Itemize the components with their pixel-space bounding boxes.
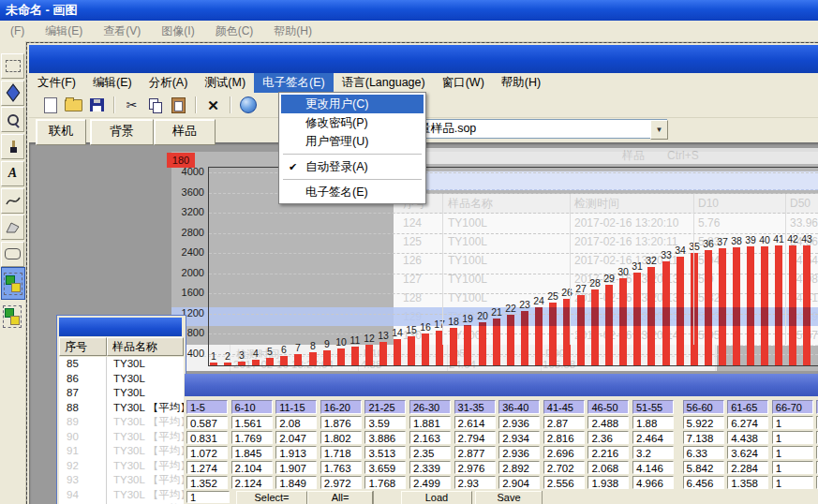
bar-label: 43 [796, 233, 818, 245]
sample-row[interactable]: 94TY30L 【平均】 [59, 488, 184, 502]
copy-icon[interactable] [144, 95, 166, 115]
sample-row[interactable]: 86TY30L [59, 372, 184, 386]
sample-name: TY30L 【平均】 [113, 459, 184, 473]
paint-menu-0[interactable]: (F) [0, 21, 35, 41]
menu-item-6[interactable]: 电子签名(E) [281, 183, 424, 201]
dist-column-header: 51-55 [632, 400, 674, 414]
sample-row[interactable]: 90TY30L 【平均】 [59, 430, 184, 444]
paint-window-title: 未命名 - 画图 [0, 0, 818, 21]
bar [266, 358, 274, 365]
tool-zoom-icon[interactable] [1, 107, 24, 132]
tool-text-icon[interactable]: A [1, 161, 24, 186]
sample-seq: 90 [67, 430, 79, 444]
dist-column-header: 41-45 [543, 400, 585, 414]
all-button[interactable]: All= [307, 491, 373, 504]
dist-cell: 2.976 [454, 461, 496, 474]
tool-curve-icon[interactable] [1, 188, 24, 214]
load-button[interactable]: Load [401, 491, 472, 504]
dist-cell: 1 [772, 431, 813, 444]
sample-row[interactable]: 88TY30L 【平均】 [59, 401, 184, 415]
sample-row[interactable]: 85TY30L [59, 357, 184, 371]
save-icon[interactable] [86, 95, 108, 115]
command-button-样品[interactable]: 样品 [154, 119, 216, 145]
analyzer-menu-7[interactable]: 帮助(H) [493, 73, 549, 93]
analyzer-menu-5[interactable]: 语言(Language) [334, 73, 434, 93]
bar [761, 246, 768, 365]
bar-band-overlap [691, 307, 698, 326]
paint-menu-2[interactable]: 查看(V) [93, 21, 151, 41]
sample-row[interactable]: 89TY30L 【平均】 [59, 415, 184, 429]
toolbar-separator [195, 96, 197, 113]
dist-cell: 6.274 [727, 416, 768, 429]
dist-cell: 2.08 [275, 416, 317, 429]
option-opaque-selection-icon[interactable] [1, 267, 25, 300]
sample-row[interactable]: 93TY30L 【平均】 [59, 473, 184, 487]
save-button[interactable]: Save [475, 491, 543, 504]
analyzer-menu-4[interactable]: 电子签名(E) [254, 73, 334, 93]
tool-fill-icon[interactable] [1, 81, 24, 106]
column-header-name[interactable]: 样品名称 [107, 337, 184, 356]
menu-item-1[interactable]: 修改密码(P) [281, 113, 424, 132]
dist-cell: 1 [772, 446, 813, 459]
sample-row[interactable]: 87TY30L [59, 386, 184, 400]
column-header-seq[interactable]: 序号 [59, 337, 107, 356]
menu-separator [283, 179, 422, 180]
cut-icon[interactable]: ✂ [121, 95, 142, 115]
combobox-dropdown-arrow-icon[interactable]: ▼ [650, 120, 668, 140]
dist-column-header: 66-70 [772, 400, 813, 414]
analyzer-titlebar[interactable] [29, 45, 818, 73]
dist-cell: 1.876 [320, 416, 362, 429]
analyzer-menu-1[interactable]: 编辑(E) [84, 73, 141, 93]
new-icon[interactable] [39, 95, 61, 115]
dist-column-header: 1-5 [186, 400, 228, 414]
count-input[interactable]: 1 [186, 491, 230, 503]
select-button[interactable]: Select= [236, 491, 307, 504]
paste-icon[interactable] [168, 95, 189, 115]
dist-column-header: 31-35 [454, 400, 496, 414]
menu-item-2[interactable]: 用户管理(U) [281, 132, 424, 151]
bar-band-overlap [633, 307, 641, 326]
tool-select-icon[interactable] [1, 53, 24, 79]
paint-menu-5[interactable]: 帮助(H) [263, 21, 322, 41]
command-button-背景[interactable]: 背景 [90, 119, 154, 145]
bar-band-overlap [521, 311, 528, 326]
sample-name: TY30L [113, 357, 145, 371]
bar [450, 328, 457, 365]
analyzer-menu-2[interactable]: 分析(A) [141, 73, 197, 93]
analyzer-menu-3[interactable]: 测试(M) [196, 73, 254, 93]
sample-row[interactable]: 91TY30L 【平均】 [59, 444, 184, 458]
sample-row[interactable]: 92TY30L 【平均】 [59, 459, 184, 473]
sample-list-titlebar[interactable] [59, 318, 182, 336]
tool-brush-icon[interactable] [1, 134, 24, 159]
tool-rounded-rect-icon[interactable] [1, 242, 24, 267]
bar [365, 345, 373, 365]
option-transparent-selection-icon[interactable] [1, 301, 23, 332]
control-separator [542, 491, 543, 504]
tool-polygon-icon[interactable] [1, 215, 24, 240]
dist-cell: 1.274 [186, 461, 228, 474]
paint-menu-4[interactable]: 颜色(C) [205, 21, 264, 41]
ghost-column-divider [785, 194, 786, 345]
command-button-联机[interactable]: 联机 [36, 119, 86, 145]
analyzer-menu-6[interactable]: 窗口(W) [434, 73, 493, 93]
globe-icon[interactable] [237, 95, 259, 115]
sample-name: TY30L 【平均】 [113, 473, 184, 487]
analyzer-menu-0[interactable]: 文件(F) [29, 73, 84, 93]
dist-cell: 2.488 [587, 416, 629, 429]
distribution-window-titlebar[interactable] [185, 374, 818, 396]
dist-cell: 2.936 [498, 446, 540, 459]
dist-cell: 2.163 [409, 431, 451, 444]
sample-seq: 87 [67, 386, 79, 400]
bar [789, 245, 796, 365]
paint-menu-3[interactable]: 图像(I) [151, 21, 204, 41]
dist-cell: 2.877 [454, 446, 496, 459]
bar-band-overlap [733, 307, 740, 326]
delete-icon[interactable]: ✕ [202, 95, 224, 115]
menu-item-4[interactable]: ✔自动登录(A) [281, 157, 424, 176]
menu-item-0[interactable]: 更改用户(C) [281, 95, 424, 113]
dist-cell: 1.88 [632, 416, 674, 429]
y-tick-label: 2000 [172, 267, 204, 278]
bar-band-overlap [789, 307, 796, 326]
open-icon[interactable] [63, 95, 84, 115]
paint-menu-1[interactable]: 编辑(E) [35, 21, 93, 41]
